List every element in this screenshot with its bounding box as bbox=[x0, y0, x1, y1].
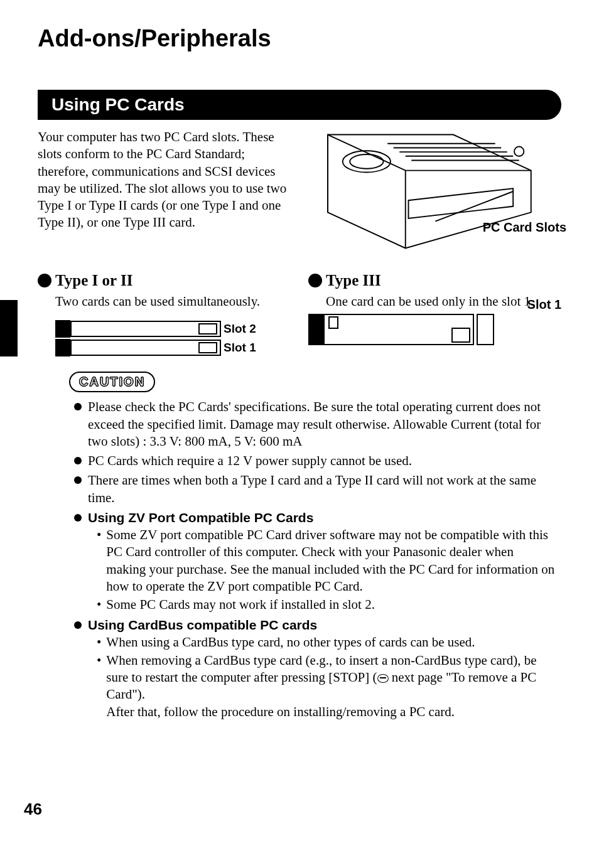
svg-point-1 bbox=[350, 154, 383, 169]
slot-1-label: Slot 1 bbox=[224, 341, 256, 355]
sub-bullet-icon: • bbox=[97, 527, 101, 595]
type-3-slot-diagram: Slot 1 bbox=[308, 314, 561, 345]
type-3-body: One card can be used only in the slot 1. bbox=[326, 293, 561, 310]
bullet-dot-icon bbox=[308, 274, 322, 287]
laptop-illustration: PC Card Slots bbox=[298, 129, 561, 257]
bullet-dot-icon bbox=[74, 514, 82, 522]
pc-card-slots-callout: PC Card Slots bbox=[483, 220, 566, 235]
sub-bullet-icon: • bbox=[97, 652, 101, 721]
slot-end-icon bbox=[308, 314, 323, 345]
type-1-2-slot-diagram: Slot 2 Slot 1 bbox=[55, 320, 291, 356]
intro-paragraph: Your computer has two PC Card slots. The… bbox=[38, 129, 289, 257]
slot-2-rect bbox=[70, 321, 221, 337]
side-tab bbox=[0, 300, 18, 356]
caution-label: CAUTION bbox=[79, 375, 145, 388]
type-3-column: Type III One card can be used only in th… bbox=[308, 272, 561, 358]
sub-bullet-icon: • bbox=[97, 596, 101, 613]
pointer-icon bbox=[377, 674, 389, 683]
section-header-bar: Using PC Cards bbox=[38, 90, 561, 120]
type-1-2-heading: Type I or II bbox=[55, 272, 132, 289]
caution-item-2: PC Cards which require a 12 V power supp… bbox=[88, 453, 556, 469]
caution-item-1: Please check the PC Cards' specification… bbox=[88, 399, 556, 450]
slot-2-label: Slot 2 bbox=[224, 322, 256, 336]
zv-heading: Using ZV Port Compatible PC Cards bbox=[88, 510, 313, 525]
cardbus-heading: Using CardBus compatible PC cards bbox=[88, 618, 317, 633]
bullet-dot-icon bbox=[74, 476, 82, 484]
page-number: 46 bbox=[24, 800, 42, 819]
bullet-dot-icon bbox=[74, 403, 82, 410]
type-3-heading: Type III bbox=[326, 272, 381, 289]
bullet-dot-icon bbox=[38, 274, 51, 287]
type-3-side-rect bbox=[477, 314, 494, 345]
section-header-text: Using PC Cards bbox=[51, 95, 185, 114]
sub-bullet-icon: • bbox=[97, 634, 101, 651]
page-title: Add-ons/Peripherals bbox=[38, 25, 561, 52]
type-1-2-body: Two cards can be used simultaneously. bbox=[55, 293, 291, 310]
svg-point-2 bbox=[514, 147, 524, 156]
type-1-2-column: Type I or II Two cards can be used simul… bbox=[38, 272, 291, 358]
slot-end-icon bbox=[55, 339, 70, 356]
bullet-dot-icon bbox=[74, 457, 82, 464]
bullet-dot-icon bbox=[74, 621, 82, 629]
caution-list: Please check the PC Cards' specification… bbox=[74, 399, 556, 721]
slot-end-icon bbox=[55, 320, 70, 338]
zv-item-2: Some PC Cards may not work if installed … bbox=[106, 596, 375, 613]
caution-badge: CAUTION bbox=[69, 372, 155, 392]
laptop-svg bbox=[298, 129, 561, 254]
cardbus-item-2: When removing a CardBus type card (e.g.,… bbox=[106, 652, 556, 721]
zv-item-1: Some ZV port compatible PC Card driver s… bbox=[106, 527, 556, 595]
type-3-slot-1-label: Slot 1 bbox=[527, 297, 561, 312]
caution-item-3: There are times when both a Type I card … bbox=[88, 472, 556, 506]
cardbus-item-1: When using a CardBus type card, no other… bbox=[106, 634, 475, 651]
type-3-card-rect bbox=[323, 314, 474, 345]
slot-1-rect bbox=[70, 340, 221, 356]
